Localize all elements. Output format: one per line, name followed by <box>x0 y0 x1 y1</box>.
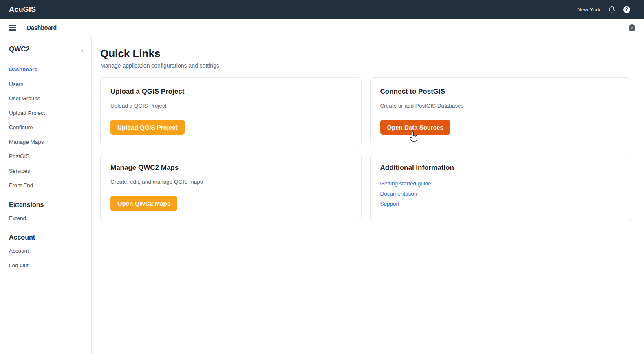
card-additional-information: Additional Information Getting started g… <box>370 154 631 221</box>
brand-logo[interactable]: AcuGIS <box>9 5 36 14</box>
card-manage-qwc2-maps: Manage QWC2 Maps Create, edit, and manag… <box>100 154 362 221</box>
getting-started-guide-link[interactable]: Getting started guide <box>380 180 431 187</box>
open-qwc2-maps-button[interactable]: Open QWC2 Maps <box>110 196 177 211</box>
sidebar-section-account: Account <box>0 231 91 244</box>
top-navbar: AcuGIS New York ? <box>0 0 644 19</box>
support-link[interactable]: Support <box>380 200 399 207</box>
card-description: Create or add PostGIS Databases <box>380 102 621 109</box>
sidebar-item-account[interactable]: Account <box>0 244 91 258</box>
sidebar-item-front-end[interactable]: Front End <box>0 178 91 193</box>
sidebar-divider <box>2 226 86 226</box>
quick-links-grid: Upload a QGIS Project Upload a QGIS Proj… <box>100 77 631 221</box>
location-label[interactable]: New York <box>577 7 600 13</box>
card-title: Manage QWC2 Maps <box>110 164 351 172</box>
main-content: Quick Links Manage application configura… <box>92 37 644 354</box>
sidebar-header: QWC2 ‹ <box>0 43 91 56</box>
toolbar-right-group: i <box>629 24 635 31</box>
sidebar-item-dashboard[interactable]: Dashboard <box>0 62 91 77</box>
card-title: Upload a QGIS Project <box>110 88 351 96</box>
sidebar-item-upload-project[interactable]: Upload Project <box>0 106 91 121</box>
sidebar-item-services[interactable]: Services <box>0 164 91 178</box>
sidebar-item-postgis[interactable]: PostGIS <box>0 149 91 164</box>
sidebar-section-extensions: Extensions <box>0 199 91 211</box>
sidebar-item-user-groups[interactable]: User Groups <box>0 91 91 106</box>
sidebar-nav: Dashboard Users User Groups Upload Proje… <box>0 62 91 273</box>
page-subtitle: Manage application configurations and se… <box>100 62 631 70</box>
info-icon[interactable]: i <box>629 24 635 31</box>
sidebar-item-log-out[interactable]: Log Out <box>0 258 91 273</box>
sidebar-item-extend[interactable]: Extend <box>0 211 91 226</box>
card-title: Connect to PostGIS <box>380 88 621 96</box>
documentation-link[interactable]: Documentation <box>380 190 417 197</box>
card-description: Create, edit, and manage QGIS maps <box>110 178 351 185</box>
page-layout: QWC2 ‹ Dashboard Users User Groups Uploa… <box>0 37 644 354</box>
sidebar: QWC2 ‹ Dashboard Users User Groups Uploa… <box>0 37 92 354</box>
page-title: Quick Links <box>100 47 631 60</box>
menu-hamburger-icon[interactable] <box>9 24 16 31</box>
notifications-bell-icon[interactable] <box>609 6 615 13</box>
card-links: Getting started guide Documentation Supp… <box>380 180 621 211</box>
card-description: Upload a QGIS Project <box>110 102 351 109</box>
upload-qgis-project-button[interactable]: Upload QGIS Project <box>110 120 185 135</box>
sidebar-title: QWC2 <box>9 45 30 53</box>
sidebar-item-configure[interactable]: Configure <box>0 120 91 135</box>
open-data-sources-button[interactable]: Open Data Sources <box>380 120 450 135</box>
card-title: Additional Information <box>380 164 621 172</box>
chevron-left-icon[interactable]: ‹ <box>79 46 85 53</box>
sidebar-divider <box>2 193 86 193</box>
card-connect-postgis: Connect to PostGIS Create or add PostGIS… <box>370 77 631 145</box>
navbar-right-group: New York ? <box>577 6 630 13</box>
sidebar-item-manage-maps[interactable]: Manage Maps <box>0 135 91 150</box>
help-icon[interactable]: ? <box>623 6 630 13</box>
secondary-toolbar: Dashboard i <box>0 19 644 37</box>
sidebar-item-users[interactable]: Users <box>0 77 91 92</box>
breadcrumb[interactable]: Dashboard <box>27 24 57 31</box>
card-upload-qgis-project: Upload a QGIS Project Upload a QGIS Proj… <box>100 77 362 145</box>
